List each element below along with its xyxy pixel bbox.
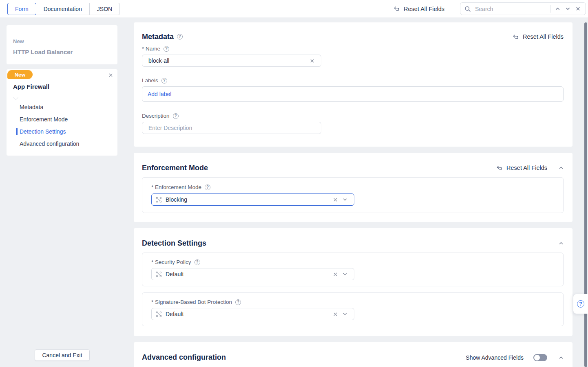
object-title: App Firewall <box>13 83 49 90</box>
select-value: Default <box>166 311 330 317</box>
name-label-text: * Name <box>142 46 160 52</box>
enforcement-mode-field-label: * Enforcement Mode ? <box>151 184 210 190</box>
sidebar-item-enforcement-mode[interactable]: Enforcement Mode <box>7 113 117 125</box>
security-policy-select[interactable]: Default <box>151 268 354 280</box>
clear-icon[interactable] <box>330 269 340 279</box>
toggle-knob <box>534 355 540 360</box>
metadata-section: Metadata ? Reset All Fields * Name ? Lab… <box>134 22 573 147</box>
sidebar-item-advanced-configuration[interactable]: Advanced configuration <box>7 138 117 150</box>
labels-label-text: Labels <box>142 77 158 84</box>
security-policy-label-text: * Security Policy <box>151 259 191 265</box>
sidebar-item-detection-settings[interactable]: Detection Settings <box>7 125 117 138</box>
tab-form[interactable]: Form <box>7 3 36 15</box>
reset-all-fields-label: Reset All Fields <box>404 6 444 12</box>
collapse-section-icon[interactable] <box>559 165 564 170</box>
chevron-down-icon[interactable] <box>340 309 350 319</box>
topbar-right: Reset All Fields <box>393 2 586 15</box>
reference-icon <box>156 271 162 277</box>
search-prev-button[interactable] <box>553 4 563 14</box>
description-input-wrap <box>142 122 321 134</box>
description-label-text: Description <box>142 113 170 119</box>
enforcement-field-panel: * Enforcement Mode ? Blocking <box>142 177 564 213</box>
detection-section-title: Detection Settings <box>142 239 206 248</box>
security-policy-panel: * Security Policy ? Default <box>142 253 564 286</box>
help-icon[interactable]: ? <box>205 185 210 190</box>
description-field-label: Description ? <box>142 113 179 119</box>
reset-icon <box>496 165 503 171</box>
collapse-section-icon[interactable] <box>559 241 564 246</box>
enforcement-reset-all-fields-button[interactable]: Reset All Fields <box>496 165 547 171</box>
collapse-section-icon[interactable] <box>559 355 564 360</box>
select-value: Blocking <box>166 196 330 203</box>
advanced-configuration-section: Advanced configuration Show Advanced Fie… <box>134 342 573 367</box>
object-nav-card: New App Firewall Metadata Enforcement Mo… <box>7 69 117 156</box>
security-policy-field-label: * Security Policy ? <box>151 259 200 265</box>
enforcement-mode-select[interactable]: Blocking <box>151 193 354 206</box>
tab-json[interactable]: JSON <box>89 3 120 15</box>
help-icon[interactable]: ? <box>177 34 183 40</box>
cancel-and-exit-button[interactable]: Cancel and Exit <box>35 349 90 361</box>
help-icon[interactable]: ? <box>164 46 169 52</box>
section-nav: Metadata Enforcement Mode Detection Sett… <box>7 101 117 150</box>
reset-icon <box>393 5 400 12</box>
sidebar-item-label: Detection Settings <box>20 128 66 135</box>
metadata-reset-all-fields-button[interactable]: Reset All Fields <box>512 33 564 40</box>
description-input[interactable] <box>148 124 317 132</box>
search-icon <box>464 6 471 12</box>
sidebar-item-label: Advanced configuration <box>20 141 79 147</box>
labels-field-label: Labels ? <box>142 77 167 84</box>
tab-documentation-label: Documentation <box>44 6 82 12</box>
context-card: New HTTP Load Balancer <box>7 25 117 64</box>
search-box <box>460 2 586 15</box>
close-icon[interactable] <box>108 73 113 78</box>
help-icon[interactable]: ? <box>161 78 167 84</box>
search-next-button[interactable] <box>563 4 573 14</box>
sidebar-item-label: Enforcement Mode <box>20 116 68 123</box>
reset-all-fields-button[interactable]: Reset All Fields <box>393 5 444 12</box>
enforcement-section-title: Enforcement Mode <box>142 164 208 172</box>
bot-protection-panel: * Signature-Based Bot Protection ? Defau… <box>142 292 564 326</box>
labels-input-box[interactable]: Add label <box>142 86 564 102</box>
view-tab-group: Form Documentation JSON <box>7 3 120 15</box>
vertical-scrollbar[interactable] <box>584 22 587 367</box>
reset-all-fields-label: Reset All Fields <box>506 165 547 171</box>
help-icon: ? <box>577 300 584 308</box>
add-label-link[interactable]: Add label <box>148 91 171 97</box>
divider-notch-icon <box>13 95 18 100</box>
clear-icon[interactable] <box>330 195 340 204</box>
new-badge: New <box>7 70 33 79</box>
enforcement-label-text: * Enforcement Mode <box>151 184 201 190</box>
bot-protection-select[interactable]: Default <box>151 308 354 320</box>
reset-icon <box>512 33 519 40</box>
help-panel-tab[interactable]: ? <box>573 294 588 314</box>
topbar: Form Documentation JSON Reset All Fields <box>0 0 588 18</box>
help-icon[interactable]: ? <box>173 113 179 119</box>
sidebar-item-label: Metadata <box>20 104 43 110</box>
name-input-wrap <box>142 55 321 67</box>
enforcement-mode-section: Enforcement Mode Reset All Fields * Enfo… <box>134 153 573 222</box>
show-advanced-fields-label: Show Advanced Fields <box>466 354 524 361</box>
clear-icon[interactable] <box>330 309 340 319</box>
context-title: HTTP Load Balancer <box>13 48 111 55</box>
select-value: Default <box>166 271 330 277</box>
clear-icon[interactable] <box>307 56 317 66</box>
tab-json-label: JSON <box>97 6 112 12</box>
search-close-icon[interactable] <box>573 4 583 14</box>
detection-settings-section: Detection Settings * Security Policy ? D… <box>134 228 573 336</box>
chevron-down-icon[interactable] <box>340 195 350 204</box>
show-advanced-fields-toggle[interactable] <box>533 354 547 361</box>
reference-icon <box>156 197 162 203</box>
name-input[interactable] <box>148 57 307 64</box>
bot-protection-field-label: * Signature-Based Bot Protection ? <box>151 299 241 305</box>
search-input[interactable] <box>474 5 549 13</box>
reset-all-fields-label: Reset All Fields <box>523 33 564 40</box>
chevron-down-icon[interactable] <box>340 269 350 279</box>
context-kicker: New <box>13 38 111 44</box>
bot-protection-label-text: * Signature-Based Bot Protection <box>151 299 232 305</box>
metadata-section-title: Metadata <box>142 33 174 41</box>
search-divider <box>550 5 551 13</box>
help-icon[interactable]: ? <box>235 299 241 305</box>
sidebar-item-metadata[interactable]: Metadata <box>7 101 117 113</box>
help-icon[interactable]: ? <box>195 259 200 265</box>
tab-documentation[interactable]: Documentation <box>36 3 90 15</box>
